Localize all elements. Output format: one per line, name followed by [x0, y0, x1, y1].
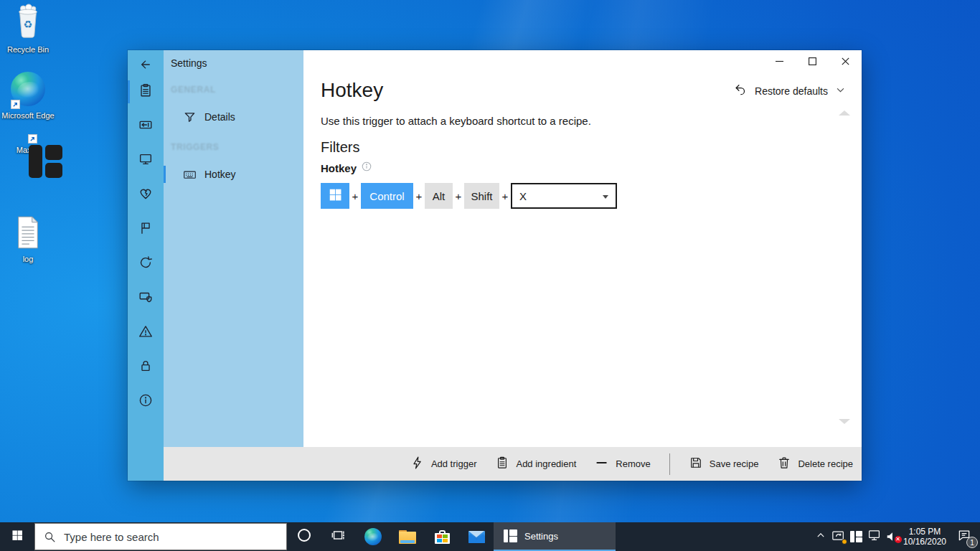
nav-item-hotkey[interactable]: Hotkey — [164, 164, 303, 185]
taskbar-empty-area — [616, 522, 811, 551]
rail-item-insert[interactable] — [128, 109, 164, 143]
rail-item-flags[interactable] — [128, 212, 164, 247]
taskbar: Settings — [0, 522, 980, 551]
plus-separator: + — [349, 190, 361, 202]
clock-time: 1:05 PM — [901, 527, 948, 537]
toolbar-divider — [669, 453, 670, 475]
heartbeat-icon — [138, 186, 154, 204]
rail-item-displays[interactable] — [128, 143, 164, 178]
maxto-tray-icon — [850, 531, 862, 542]
update-status-icon — [831, 530, 846, 543]
search-box[interactable] — [34, 523, 287, 550]
content-pane: Hotkey Restore defaults Use this trigger… — [303, 50, 862, 447]
alt-key-button[interactable]: Alt — [425, 183, 453, 209]
nav-title: Settings — [171, 57, 207, 69]
scroll-up-arrow[interactable] — [839, 110, 850, 116]
info-icon — [138, 392, 154, 411]
save-recipe-button[interactable]: Save recipe — [689, 456, 759, 473]
add-trigger-button[interactable]: Add trigger — [410, 456, 477, 473]
desktop-icon-recycle-bin[interactable]: ♻ Recycle Bin — [1, 3, 55, 55]
windows-logo — [329, 188, 342, 204]
plus-separator: + — [453, 190, 464, 202]
desktop[interactable]: ♻ Recycle Bin Microsoft Edge MaxTo — [0, 0, 980, 551]
text-document-icon — [14, 215, 42, 253]
shortcut-arrow-icon — [28, 134, 37, 143]
key-dropdown[interactable]: X — [511, 183, 617, 209]
key-dropdown-value: X — [519, 190, 527, 202]
taskbar-active-app-settings[interactable]: Settings — [494, 522, 616, 551]
clock-date: 10/16/2020 — [901, 537, 948, 547]
insert-box-icon — [138, 117, 154, 136]
windows-key-button[interactable] — [321, 183, 349, 209]
action-center-button[interactable]: 1 — [948, 522, 980, 551]
start-button[interactable] — [0, 522, 34, 551]
taskbar-clock[interactable]: 1:05 PM 10/16/2020 — [901, 527, 948, 547]
desktop-icon-microsoft-edge[interactable]: Microsoft Edge — [1, 72, 55, 121]
windows-start-icon — [11, 529, 23, 544]
icon-rail — [128, 50, 164, 481]
window-controls — [763, 50, 862, 72]
rail-item-problems[interactable] — [128, 316, 164, 350]
task-view-button[interactable] — [321, 522, 356, 551]
trigger-description: Use this trigger to attach a keyboard sh… — [321, 115, 591, 127]
volume-button[interactable]: ✕ — [883, 522, 901, 551]
maxto-tray-button[interactable] — [847, 522, 865, 551]
keyboard-icon — [183, 168, 197, 182]
nav-item-details[interactable]: Details — [164, 106, 303, 128]
page-title: Hotkey — [321, 79, 383, 102]
edge-icon — [364, 528, 382, 545]
rail-item-about[interactable] — [128, 385, 164, 419]
desktop-icon-label: Recycle Bin — [7, 45, 49, 55]
minimize-button[interactable] — [763, 50, 796, 72]
tray-chevron-icon — [816, 530, 826, 543]
rail-item-license[interactable] — [128, 350, 164, 385]
shift-key-button[interactable]: Shift — [464, 183, 499, 209]
button-label: Add ingredient — [516, 458, 576, 469]
nav-item-label: Hotkey — [204, 169, 236, 180]
rail-item-recipes[interactable] — [128, 75, 164, 109]
plus-separator: + — [499, 190, 511, 202]
network-button[interactable] — [865, 522, 883, 551]
cortana-icon — [296, 527, 312, 546]
cortana-button[interactable] — [287, 522, 321, 551]
back-button[interactable] — [137, 56, 154, 73]
rail-item-updates[interactable] — [128, 247, 164, 281]
rail-item-health[interactable] — [128, 178, 164, 212]
maximize-button[interactable] — [796, 50, 829, 72]
settings-window: Settings GENERAL Details TRIGGERS Hotkey — [128, 50, 862, 481]
lock-icon — [138, 358, 154, 377]
undo-icon — [733, 83, 748, 100]
button-label: Save recipe — [710, 458, 759, 469]
remove-button[interactable]: Remove — [595, 456, 650, 473]
nav-section-triggers: TRIGGERS — [171, 142, 219, 152]
desktop-icon-maxto[interactable]: MaxTo — [1, 143, 55, 156]
dropdown-caret-icon — [603, 195, 608, 199]
minus-icon — [595, 456, 609, 473]
lightning-icon — [410, 456, 425, 473]
filter-icon — [183, 110, 197, 124]
tray-chevron-button[interactable] — [811, 522, 829, 551]
restore-defaults-button[interactable]: Restore defaults — [733, 83, 846, 100]
flag-icon — [138, 220, 154, 239]
trash-icon — [777, 456, 791, 473]
screen-shield-icon — [138, 289, 154, 308]
update-status-button[interactable] — [829, 522, 847, 551]
desktop-icon-label: log — [23, 255, 34, 265]
command-bar: Add trigger Add ingredient Remove Save r… — [164, 447, 862, 481]
store-button[interactable] — [425, 522, 459, 551]
clipboard-icon — [138, 83, 154, 101]
desktop-icon-log[interactable]: log — [1, 215, 55, 265]
close-button[interactable] — [829, 50, 862, 72]
control-key-button[interactable]: Control — [361, 183, 413, 209]
add-ingredient-button[interactable]: Add ingredient — [495, 456, 576, 473]
delete-recipe-button[interactable]: Delete recipe — [777, 456, 853, 473]
warning-icon — [138, 324, 154, 342]
plus-separator: + — [413, 190, 425, 202]
scroll-down-arrow[interactable] — [839, 419, 850, 424]
rail-item-privacy[interactable] — [128, 281, 164, 316]
search-input[interactable] — [64, 524, 279, 550]
file-explorer-button[interactable] — [390, 522, 425, 551]
edge-button[interactable] — [356, 522, 390, 551]
svg-text:♻: ♻ — [24, 19, 33, 30]
mail-button[interactable] — [459, 522, 494, 551]
